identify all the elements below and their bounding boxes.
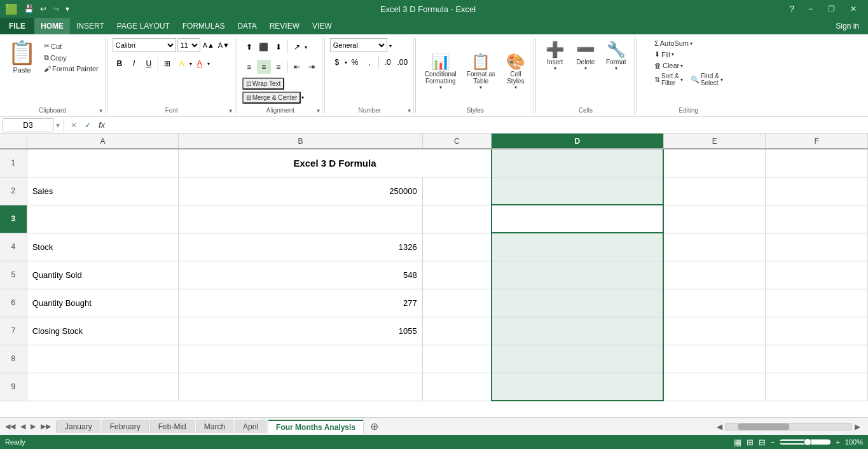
align-right-btn[interactable]: ≡ (272, 60, 286, 74)
cell-f1[interactable] (766, 149, 868, 177)
cf-dropdown-icon[interactable]: ▾ (439, 85, 442, 90)
tab-scroll-right-btn[interactable]: ▶▶ (38, 421, 53, 432)
cell-f3[interactable] (766, 205, 868, 233)
row-header-4[interactable]: 4 (0, 233, 27, 261)
fill-color-dropdown-icon[interactable]: ▾ (189, 61, 192, 67)
cell-b9[interactable] (179, 373, 422, 401)
number-dropdown-icon[interactable]: ▾ (389, 43, 392, 49)
sheet-tab-january[interactable]: January (57, 420, 100, 433)
percent-btn[interactable]: % (348, 55, 362, 69)
font-size-select[interactable]: 11 (177, 38, 200, 52)
file-menu[interactable]: FILE (0, 18, 34, 34)
conditional-formatting-btn[interactable]: 📊 ConditionalFormatting ▾ (421, 50, 460, 93)
cell-d6[interactable] (492, 289, 664, 317)
zoom-slider-thumb[interactable] (804, 438, 811, 446)
italic-button[interactable]: I (127, 57, 141, 71)
autosum-btn[interactable]: Σ AutoSum ▾ (652, 38, 695, 48)
row-header-1[interactable]: 1 (0, 149, 27, 177)
cell-f5[interactable] (766, 261, 868, 289)
orientation-dropdown-icon[interactable]: ▾ (305, 45, 307, 50)
align-middle-btn[interactable]: ⬛ (257, 40, 271, 54)
zoom-in-btn[interactable]: + (836, 438, 839, 446)
insert-btn[interactable]: ➕ Insert ▾ (541, 38, 569, 74)
tab-scroll-left-btn[interactable]: ◀◀ (3, 421, 18, 432)
align-left-btn[interactable]: ≡ (242, 60, 256, 74)
col-header-e[interactable]: E (663, 134, 766, 149)
cell-d1[interactable] (492, 149, 664, 177)
cell-d5[interactable] (492, 261, 664, 289)
cell-a6[interactable]: Quantity Bought (27, 289, 179, 317)
wrap-text-btn[interactable]: ⊡ Wrap Text (242, 78, 285, 90)
cell-f7[interactable] (766, 317, 868, 345)
formula-input[interactable] (110, 118, 865, 132)
home-menu[interactable]: HOME (34, 18, 70, 34)
cell-a5[interactable]: Quantity Sold (27, 261, 179, 289)
cell-b7[interactable]: 1055 (179, 317, 422, 345)
col-header-b[interactable]: B (179, 134, 422, 149)
minimize-button[interactable]: − (802, 3, 819, 15)
indent-increase-btn[interactable]: ⇥ (305, 60, 319, 74)
insert-dropdown-icon[interactable]: ▾ (554, 66, 556, 71)
sheet-tab-feb-mid[interactable]: Feb-Mid (150, 420, 195, 433)
cell-a3[interactable] (27, 205, 179, 233)
cell-a2[interactable]: Sales (27, 177, 179, 205)
view-menu[interactable]: VIEW (306, 18, 338, 34)
decrease-font-btn[interactable]: A▼ (217, 38, 231, 52)
cell-c8[interactable] (422, 345, 491, 373)
delete-dropdown-icon[interactable]: ▾ (584, 66, 587, 71)
font-expand-icon[interactable]: ▼ (228, 108, 233, 114)
orientation-btn[interactable]: ↗ (290, 40, 304, 54)
insert-function-btn[interactable]: fx (96, 120, 107, 130)
autosum-dropdown-icon[interactable]: ▾ (690, 41, 692, 46)
bold-button[interactable]: B (113, 57, 127, 71)
close-button[interactable]: ✕ (844, 3, 863, 15)
row-header-7[interactable]: 7 (0, 317, 27, 345)
find-dropdown-icon[interactable]: ▾ (720, 77, 723, 83)
cell-c7[interactable] (422, 317, 491, 345)
sign-in-button[interactable]: Sign in (827, 19, 868, 33)
row-header-3[interactable]: 3 (0, 205, 27, 233)
format-dropdown-icon[interactable]: ▾ (615, 66, 617, 71)
comma-btn[interactable]: , (362, 55, 376, 69)
align-center-btn[interactable]: ≡ (257, 60, 271, 74)
cell-f4[interactable] (766, 233, 868, 261)
cell-d4[interactable] (492, 233, 664, 261)
align-top-btn[interactable]: ⬆ (242, 40, 256, 54)
cell-e4[interactable] (663, 233, 766, 261)
row-header-8[interactable]: 8 (0, 345, 27, 373)
cell-f6[interactable] (766, 289, 868, 317)
format-btn[interactable]: 🔧 Format ▾ (602, 38, 630, 74)
fill-color-button[interactable]: A (175, 57, 189, 71)
formula-confirm-btn[interactable]: ✓ (82, 121, 93, 130)
data-menu[interactable]: DATA (231, 18, 263, 34)
scroll-right-btn[interactable]: ▶ (852, 422, 863, 431)
cell-b4[interactable]: 1326 (179, 233, 422, 261)
zoom-out-btn[interactable]: − (771, 438, 775, 446)
underline-button[interactable]: U (142, 57, 156, 71)
cell-b1[interactable]: Excel 3 D Formula (179, 149, 492, 177)
view-normal-btn[interactable]: ▦ (734, 438, 741, 447)
merge-dropdown-icon[interactable]: ▾ (301, 95, 304, 100)
paste-button[interactable]: 📋 Paste (4, 38, 40, 75)
cell-a4[interactable]: Stock (27, 233, 179, 261)
zoom-level[interactable]: 100% (845, 438, 863, 446)
view-page-layout-btn[interactable]: ⊞ (747, 438, 754, 447)
cell-c4[interactable] (422, 233, 491, 261)
currency-btn[interactable]: $ (330, 55, 344, 69)
scroll-left-btn[interactable]: ◀ (714, 422, 725, 431)
cell-e5[interactable] (663, 261, 766, 289)
fat-dropdown-icon[interactable]: ▾ (479, 85, 482, 90)
border-button[interactable]: ⊞ (160, 57, 174, 71)
formulas-menu[interactable]: FORMULAS (176, 18, 231, 34)
tab-scroll-next-btn[interactable]: ▶ (28, 421, 38, 432)
clear-btn[interactable]: 🗑 Clear ▾ (652, 60, 685, 71)
add-sheet-btn[interactable]: ⊕ (365, 419, 383, 434)
col-header-c[interactable]: C (422, 134, 491, 149)
indent-decrease-btn[interactable]: ⇤ (290, 60, 304, 74)
clear-dropdown-icon[interactable]: ▾ (680, 63, 683, 69)
cell-d2[interactable] (492, 177, 664, 205)
cell-b3[interactable] (179, 205, 422, 233)
customize-quick-btn[interactable]: ▾ (63, 3, 72, 15)
cell-d8[interactable] (492, 345, 664, 373)
undo-quick-btn[interactable]: ↩ (38, 3, 49, 15)
